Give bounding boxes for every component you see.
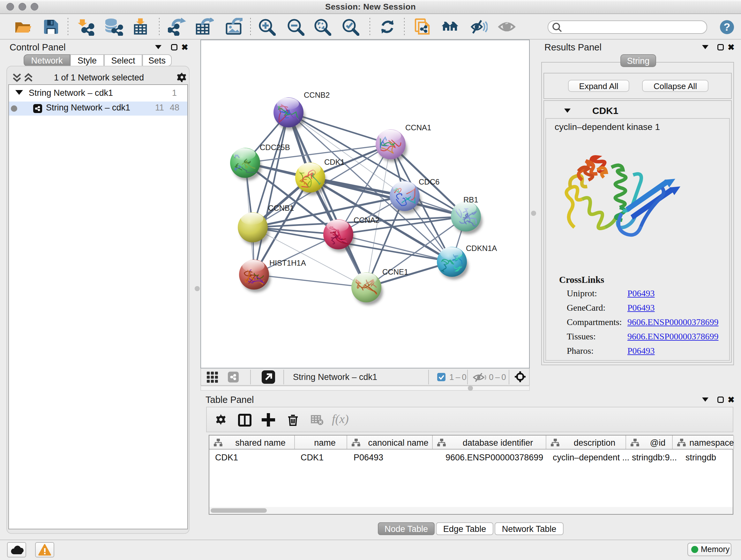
svg-text:RB1: RB1: [463, 195, 478, 204]
svg-text:?: ?: [724, 21, 731, 33]
svg-text:CCNE1: CCNE1: [382, 267, 408, 276]
svg-text:HIST1H1A: HIST1H1A: [269, 259, 306, 267]
svg-text:CCNA1: CCNA1: [405, 123, 431, 132]
svg-text:CCNA2: CCNA2: [354, 216, 380, 225]
svg-text:CCNB2: CCNB2: [304, 91, 330, 99]
svg-text:CDKN1A: CDKN1A: [466, 244, 497, 253]
svg-text:CDK1: CDK1: [324, 158, 345, 166]
svg-text:CCNB1: CCNB1: [268, 204, 294, 212]
svg-text:CDC6: CDC6: [419, 178, 440, 186]
svg-text:CDC25B: CDC25B: [260, 143, 290, 152]
